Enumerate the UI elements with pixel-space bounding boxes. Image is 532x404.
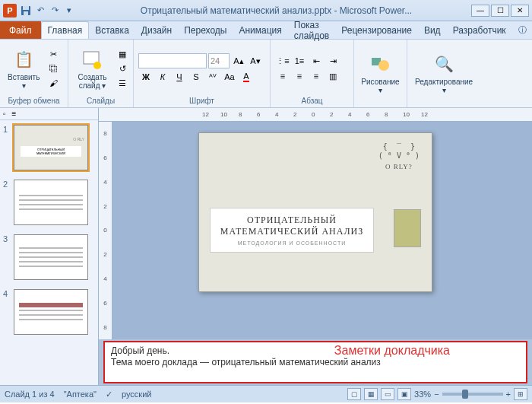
thumb-tab-outline[interactable]: ≡	[9, 108, 20, 119]
app-icon: P	[3, 4, 17, 17]
font-color-icon[interactable]: A	[239, 70, 254, 84]
horizontal-ruler: 12108642024681012	[99, 108, 532, 122]
layout-icon[interactable]: ▦	[115, 47, 130, 61]
underline-icon[interactable]: Ч	[172, 70, 187, 84]
font-family-select[interactable]	[138, 53, 207, 68]
status-spellcheck-icon[interactable]: ✓	[106, 390, 112, 399]
maximize-button[interactable]: ☐	[491, 5, 509, 17]
shapes-icon	[369, 52, 393, 76]
format-painter-icon[interactable]: 🖌	[46, 76, 61, 90]
tab-slideshow[interactable]: Показ слайдов	[288, 21, 335, 39]
drawing-group-label	[357, 104, 404, 106]
italic-icon[interactable]: К	[155, 70, 170, 84]
align-right-icon[interactable]: ≡	[309, 69, 324, 83]
accent-shape[interactable]	[394, 209, 421, 247]
paste-label: Вставить▾	[8, 73, 40, 90]
undo-icon[interactable]: ↶	[34, 5, 46, 17]
new-slide-button[interactable]: Создать слайд ▾	[71, 46, 113, 91]
drawing-button[interactable]: Рисование▾	[357, 50, 404, 96]
save-icon[interactable]	[20, 5, 32, 17]
numbering-icon[interactable]: 1≡	[292, 54, 307, 68]
tab-insert[interactable]: Вставка	[89, 21, 135, 39]
cut-icon[interactable]: ✂	[46, 47, 61, 61]
slides-group-label: Слайды	[71, 96, 130, 106]
normal-view-icon[interactable]: ▢	[347, 388, 361, 400]
thumb-tab-slides[interactable]: ▫	[0, 108, 9, 119]
align-left-icon[interactable]: ≡	[275, 69, 290, 83]
find-icon: 🔍	[432, 52, 456, 76]
status-theme: "Аптека"	[64, 390, 97, 399]
drawing-label: Рисование▾	[361, 78, 399, 94]
font-size-select[interactable]	[208, 53, 230, 68]
reading-view-icon[interactable]: ▭	[381, 388, 394, 400]
slide-title-box[interactable]: ОТРИЦАТЕЛЬНЫЙ МАТЕМАТИЧЕСКИЙ АНАЛИЗ МЕТО…	[210, 208, 374, 253]
status-language[interactable]: русский	[122, 390, 151, 399]
slide-title-line1: ОТРИЦАТЕЛЬНЫЙ	[214, 215, 370, 226]
thumbnail-1[interactable]: 1 O RLYОТРИЦАТЕЛЬНЫЙМАТЕМАТИЧЕСКИЙ	[0, 120, 98, 175]
notes-pane[interactable]: Заметки докладчика Добрый день. Тема мое…	[103, 341, 527, 383]
svg-rect-1	[23, 6, 29, 10]
status-slide-info: Слайд 1 из 4	[5, 390, 55, 399]
indent-inc-icon[interactable]: ⇥	[325, 54, 340, 68]
sorter-view-icon[interactable]: ▦	[364, 388, 378, 400]
shrink-font-icon[interactable]: A▾	[248, 54, 263, 68]
fit-icon[interactable]: ⊞	[514, 388, 527, 400]
font-group-label: Шрифт	[137, 96, 267, 106]
thumbnail-4[interactable]: 4	[0, 285, 98, 339]
close-button[interactable]: ✕	[511, 5, 529, 17]
notes-line1: Добрый день.	[111, 345, 520, 357]
indent-dec-icon[interactable]: ⇤	[309, 54, 324, 68]
zoom-out-icon[interactable]: −	[434, 390, 439, 399]
slide-canvas[interactable]: { ‾ }( ⁰ V ⁰ ) O RLY? ОТРИЦАТЕЛЬНЫЙ МАТЕ…	[198, 132, 432, 292]
zoom-percent[interactable]: 33%	[414, 390, 431, 399]
copy-icon[interactable]: ⿻	[46, 62, 61, 75]
tab-animation[interactable]: Анимация	[233, 21, 287, 39]
thumbnail-panel[interactable]: ▫ ≡ 1 O RLYОТРИЦАТЕЛЬНЫЙМАТЕМАТИЧЕСКИЙ 2…	[0, 108, 99, 385]
tab-view[interactable]: Вид	[418, 21, 447, 39]
section-icon[interactable]: ☰	[115, 76, 130, 90]
tab-home[interactable]: Главная	[41, 21, 90, 39]
tab-design[interactable]: Дизайн	[135, 21, 178, 39]
editing-button[interactable]: 🔍 Редактирование▾	[410, 50, 477, 96]
columns-icon[interactable]: ▥	[325, 69, 340, 83]
svg-point-6	[378, 60, 389, 71]
zoom-slider[interactable]	[442, 393, 503, 396]
svg-point-4	[93, 62, 101, 69]
tab-review[interactable]: Рецензирование	[335, 21, 418, 39]
case-icon[interactable]: Aa	[222, 70, 237, 84]
notes-label: Заметки докладчика	[334, 344, 450, 358]
editing-label: Редактирование▾	[415, 78, 473, 94]
minimize-button[interactable]: —	[471, 5, 489, 17]
tab-transitions[interactable]: Переходы	[178, 21, 233, 39]
clipboard-group-label: Буфер обмена	[3, 96, 65, 106]
tab-developer[interactable]: Разработчик	[447, 21, 512, 39]
new-slide-label: Создать слайд ▾	[76, 73, 109, 90]
slideshow-view-icon[interactable]: ▣	[397, 388, 411, 400]
qat-more-icon[interactable]: ▾	[63, 5, 75, 17]
reset-icon[interactable]: ↺	[115, 62, 130, 75]
shadow-icon[interactable]: ᴬⱽ	[205, 70, 220, 84]
thumbnail-3[interactable]: 3	[0, 230, 98, 285]
align-center-icon[interactable]: ≡	[292, 69, 307, 83]
editing-group-label	[410, 104, 480, 106]
slide-subtitle: МЕТОДОЛОГИЯ И ОСОБЕННОСТИ	[214, 240, 370, 246]
zoom-in-icon[interactable]: +	[506, 390, 511, 399]
thumbnail-2[interactable]: 2	[0, 175, 98, 230]
new-slide-icon	[81, 47, 105, 72]
slide-title-line2: МАТЕМАТИЧЕСКИЙ АНАЛИЗ	[214, 226, 370, 237]
help-icon[interactable]: ⓘ	[512, 21, 532, 39]
grow-font-icon[interactable]: A▴	[231, 54, 246, 68]
vertical-ruler: 864202468	[99, 122, 112, 339]
bullets-icon[interactable]: ⋮≡	[275, 54, 290, 68]
clipboard-icon: 📋	[11, 47, 36, 72]
redo-icon[interactable]: ↷	[49, 5, 61, 17]
notes-line2: Тема моего доклада — отрицательный матем…	[111, 357, 520, 368]
strike-icon[interactable]: S	[188, 70, 204, 84]
window-title: Отрицательный математический анализ.pptx…	[81, 5, 471, 16]
file-tab[interactable]: Файл	[0, 21, 41, 39]
owl-graphic: { ‾ }( ⁰ V ⁰ ) O RLY?	[378, 142, 420, 171]
svg-rect-2	[24, 11, 28, 15]
paste-button[interactable]: 📋 Вставить▾	[3, 46, 44, 91]
bold-icon[interactable]: Ж	[138, 70, 154, 84]
para-group-label: Абзац	[274, 96, 350, 106]
